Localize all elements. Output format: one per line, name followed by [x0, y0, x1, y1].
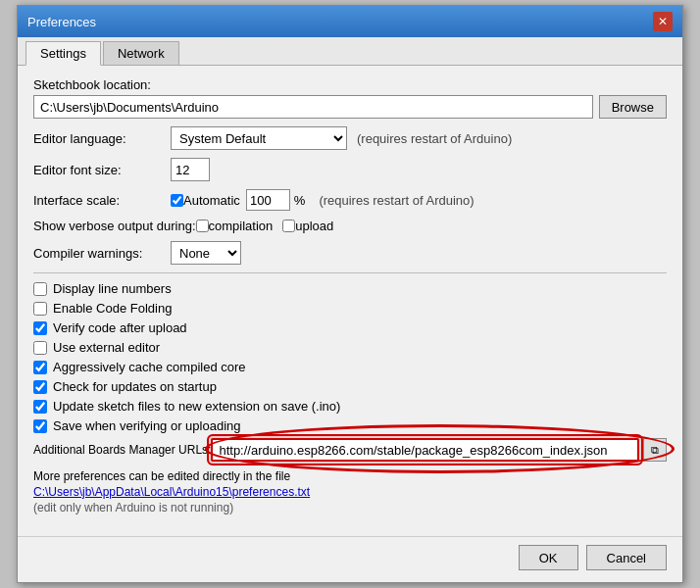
checkbox-row-display-line-numbers: Display line numbers: [33, 281, 667, 296]
display-line-numbers-checkbox[interactable]: [33, 282, 47, 296]
editor-language-label: Editor language:: [33, 131, 171, 146]
display-line-numbers-label: Display line numbers: [53, 281, 172, 296]
edit-note: (edit only when Arduino is not running): [33, 501, 667, 514]
update-sketch-checkbox[interactable]: [33, 400, 47, 414]
close-button[interactable]: ✕: [653, 12, 673, 31]
preferences-path-note: More preferences can be edited directly …: [33, 469, 667, 483]
urls-row: Additional Boards Manager URLs: ⧉: [33, 438, 667, 462]
preferences-note-text: More preferences can be edited directly …: [33, 469, 290, 483]
editor-language-select[interactable]: System Default: [171, 126, 347, 150]
editor-font-size-input[interactable]: [171, 158, 210, 181]
tab-network[interactable]: Network: [103, 41, 179, 65]
title-bar: Preferences ✕: [18, 6, 682, 37]
checkboxes-section: Display line numbers Enable Code Folding…: [33, 281, 667, 433]
auto-checkbox[interactable]: [171, 194, 183, 207]
checkbox-row-external-editor: Use external editor: [33, 340, 667, 355]
enable-code-folding-checkbox[interactable]: [33, 302, 47, 316]
checkbox-row-save-when-verifying: Save when verifying or uploading: [33, 418, 667, 433]
preferences-file-path: C:\Users\jb\AppData\Local\Arduino15\pref…: [33, 485, 667, 499]
preferences-path-link[interactable]: C:\Users\jb\AppData\Local\Arduino15\pref…: [33, 485, 310, 499]
aggressively-cache-label: Aggressively cache compiled core: [53, 360, 246, 374]
verbose-label: Show verbose output during:: [33, 219, 196, 233]
interface-scale-row: Interface scale: Automatic % (requires r…: [33, 189, 667, 211]
dialog-title: Preferences: [27, 15, 96, 29]
sketchbook-row: Browse: [33, 95, 667, 119]
auto-label: Automatic: [183, 193, 240, 208]
percent-label: %: [294, 193, 306, 208]
checkbox-row-update-sketch: Update sketch files to new extension on …: [33, 399, 667, 414]
external-editor-checkbox[interactable]: [33, 341, 47, 355]
external-editor-label: Use external editor: [53, 340, 160, 355]
cancel-button[interactable]: Cancel: [586, 545, 667, 570]
enable-code-folding-label: Enable Code Folding: [53, 301, 172, 316]
scale-note: (requires restart of Arduino): [319, 193, 474, 208]
interface-scale-label: Interface scale:: [33, 193, 171, 208]
urls-open-icon: ⧉: [651, 444, 659, 457]
compiler-warnings-select[interactable]: None Default More All: [171, 241, 241, 265]
editor-font-size-label: Editor font size:: [33, 163, 171, 177]
scale-input[interactable]: [246, 189, 290, 211]
check-updates-checkbox[interactable]: [33, 380, 47, 394]
upload-checkbox[interactable]: [282, 220, 295, 232]
settings-content: Sketchbook location: Browse Editor langu…: [18, 66, 682, 536]
divider: [33, 272, 667, 273]
urls-label: Additional Boards Manager URLs:: [33, 443, 211, 457]
check-updates-label: Check for updates on startup: [53, 379, 217, 394]
sketchbook-label: Sketchbook location:: [33, 77, 667, 92]
urls-open-button[interactable]: ⧉: [643, 438, 667, 462]
update-sketch-label: Update sketch files to new extension on …: [53, 399, 340, 414]
ok-button[interactable]: OK: [519, 545, 578, 570]
tab-settings[interactable]: Settings: [25, 41, 101, 66]
editor-font-size-row: Editor font size:: [33, 158, 667, 181]
footer: OK Cancel: [18, 536, 682, 582]
checkbox-row-aggressively-cache: Aggressively cache compiled core: [33, 360, 667, 374]
aggressively-cache-checkbox[interactable]: [33, 361, 47, 374]
compiler-warnings-label: Compiler warnings:: [33, 246, 171, 261]
checkbox-row-verify-code: Verify code after upload: [33, 320, 667, 335]
save-when-verifying-checkbox[interactable]: [33, 419, 47, 433]
editor-language-note: (requires restart of Arduino): [357, 131, 512, 146]
compilation-label: compilation: [209, 219, 274, 233]
urls-input[interactable]: [211, 438, 639, 462]
verify-code-label: Verify code after upload: [53, 320, 187, 335]
browse-button[interactable]: Browse: [599, 95, 667, 119]
tab-bar: Settings Network: [18, 37, 682, 66]
compilation-checkbox[interactable]: [196, 220, 209, 232]
checkbox-row-enable-code-folding: Enable Code Folding: [33, 301, 667, 316]
verbose-row: Show verbose output during: compilation …: [33, 219, 667, 233]
upload-label: upload: [295, 219, 333, 233]
save-when-verifying-label: Save when verifying or uploading: [53, 418, 241, 433]
preferences-dialog: Preferences ✕ Settings Network Sketchboo…: [17, 5, 683, 583]
checkbox-row-check-updates: Check for updates on startup: [33, 379, 667, 394]
sketchbook-input[interactable]: [33, 95, 593, 119]
verify-code-checkbox[interactable]: [33, 321, 47, 335]
compiler-warnings-row: Compiler warnings: None Default More All: [33, 241, 667, 265]
editor-language-row: Editor language: System Default (require…: [33, 126, 667, 150]
